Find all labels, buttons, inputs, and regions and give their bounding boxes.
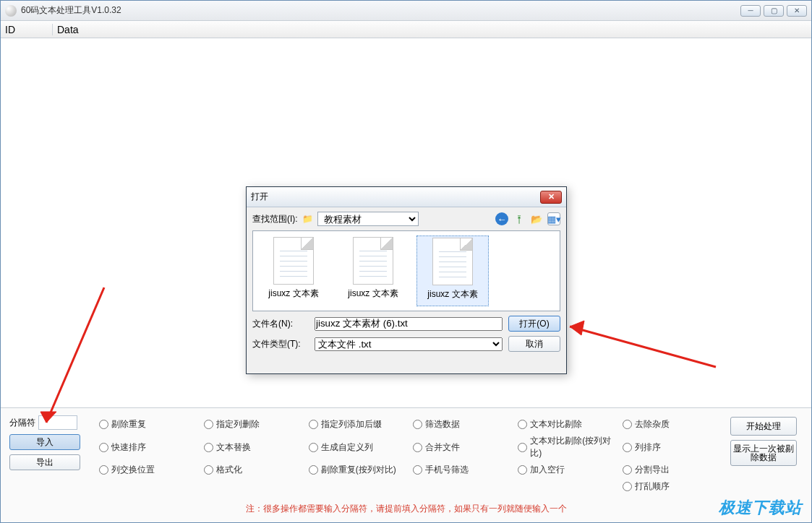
file-item-1[interactable]: jisuxz 文本素	[257, 235, 330, 306]
filetype-select[interactable]: 文本文件 .txt	[315, 337, 503, 351]
dialog-lookup-row: 查找范围(I): 📁 教程素材 ← ⭱ 📂 ▦▾	[247, 207, 566, 230]
opt-shuffle[interactable]: 打乱顺序	[623, 480, 720, 493]
app-icon	[5, 5, 17, 17]
dialog-cancel-button[interactable]: 取消	[508, 336, 560, 352]
document-icon	[432, 238, 473, 285]
opt-dup-col[interactable]: 剔除重复(按列对比)	[309, 464, 406, 476]
bottom-panel: 分隔符 导入 导出 剔除重复 指定列删除 指定列添加后缀 筛选数据 文本对比剔除…	[1, 407, 811, 522]
back-icon[interactable]: ←	[495, 212, 508, 225]
dialog-open-button[interactable]: 打开(O)	[508, 316, 560, 332]
close-button[interactable]: ✕	[787, 5, 807, 17]
opt-merge[interactable]: 合并文件	[413, 441, 510, 454]
opt-replace[interactable]: 文本替换	[204, 441, 302, 454]
footer-note: 注：很多操作都需要输入分隔符，请提前填入分隔符，如果只有一列就随便输入一个	[9, 493, 803, 519]
options-grid: 剔除重复 指定列删除 指定列添加后缀 筛选数据 文本对比剔除 去除杂质 快速排序…	[99, 415, 720, 493]
window-title: 60码文本处理工具V1.0.32	[21, 4, 740, 17]
opt-clean[interactable]: 去除杂质	[623, 418, 720, 431]
titlebar: 60码文本处理工具V1.0.32 ─ ▢ ✕	[1, 1, 811, 21]
file-item-3[interactable]: jisuxz 文本素	[416, 235, 489, 306]
right-controls: 开始处理 显示上一次被剔除数据	[730, 415, 803, 493]
folder-select[interactable]: 教程素材	[317, 212, 419, 226]
view-menu-icon[interactable]: ▦▾	[547, 212, 560, 225]
column-headers: ID Data	[1, 21, 811, 38]
opt-filter[interactable]: 筛选数据	[413, 418, 510, 431]
show-last-removed-button[interactable]: 显示上一次被剔除数据	[730, 440, 797, 466]
document-icon	[273, 237, 314, 285]
import-button[interactable]: 导入	[9, 434, 80, 450]
filename-label: 文件名(N):	[252, 318, 309, 330]
delimiter-input[interactable]	[38, 415, 77, 430]
opt-delete-col[interactable]: 指定列删除	[204, 418, 302, 431]
opt-gen-col[interactable]: 生成自定义列	[309, 441, 406, 454]
opt-col-sort[interactable]: 列排序	[623, 441, 720, 454]
open-dialog: 打开 ✕ 查找范围(I): 📁 教程素材 ← ⭱ 📂 ▦▾ jisuxz 文本素…	[246, 186, 567, 374]
start-button[interactable]: 开始处理	[730, 417, 797, 436]
watermark-text: 极速下载站	[719, 497, 802, 519]
opt-blank-line[interactable]: 加入空行	[518, 464, 615, 476]
opt-format[interactable]: 格式化	[204, 464, 302, 476]
filename-input[interactable]	[315, 317, 503, 331]
file-list[interactable]: jisuxz 文本素 jisuxz 文本素 jisuxz 文本素	[252, 230, 560, 311]
opt-quick-sort[interactable]: 快速排序	[99, 441, 197, 454]
column-id-header[interactable]: ID	[1, 24, 53, 35]
dialog-title: 打开	[251, 191, 540, 203]
opt-phone-filter[interactable]: 手机号筛选	[413, 464, 510, 476]
window-controls: ─ ▢ ✕	[740, 5, 807, 17]
lookup-label: 查找范围(I):	[252, 213, 298, 225]
filetype-label: 文件类型(T):	[252, 338, 309, 350]
column-data-header[interactable]: Data	[53, 24, 811, 35]
dialog-controls: 文件名(N): 打开(O) 文件类型(T): 文本文件 .txt 取消	[247, 311, 566, 356]
dialog-titlebar: 打开 ✕	[247, 187, 566, 207]
opt-compare-col[interactable]: 文本对比剔除(按列对比)	[518, 435, 615, 459]
left-controls: 分隔符 导入 导出	[9, 415, 89, 493]
up-folder-icon[interactable]: ⭱	[513, 212, 526, 225]
export-button[interactable]: 导出	[9, 454, 80, 470]
folder-icon: 📁	[302, 214, 313, 224]
opt-col-suffix[interactable]: 指定列添加后缀	[309, 418, 406, 431]
opt-split-export[interactable]: 分割导出	[623, 464, 720, 476]
new-folder-icon[interactable]: 📂	[530, 212, 543, 225]
file-item-2[interactable]: jisuxz 文本素	[337, 235, 409, 306]
dialog-close-button[interactable]: ✕	[540, 191, 562, 204]
document-icon	[353, 237, 393, 285]
delimiter-label: 分隔符	[9, 417, 35, 429]
opt-compare-remove[interactable]: 文本对比剔除	[518, 418, 615, 431]
minimize-button[interactable]: ─	[740, 5, 761, 17]
maximize-button[interactable]: ▢	[764, 5, 784, 17]
opt-remove-dup[interactable]: 剔除重复	[99, 418, 197, 431]
opt-swap-col[interactable]: 列交换位置	[99, 464, 197, 476]
